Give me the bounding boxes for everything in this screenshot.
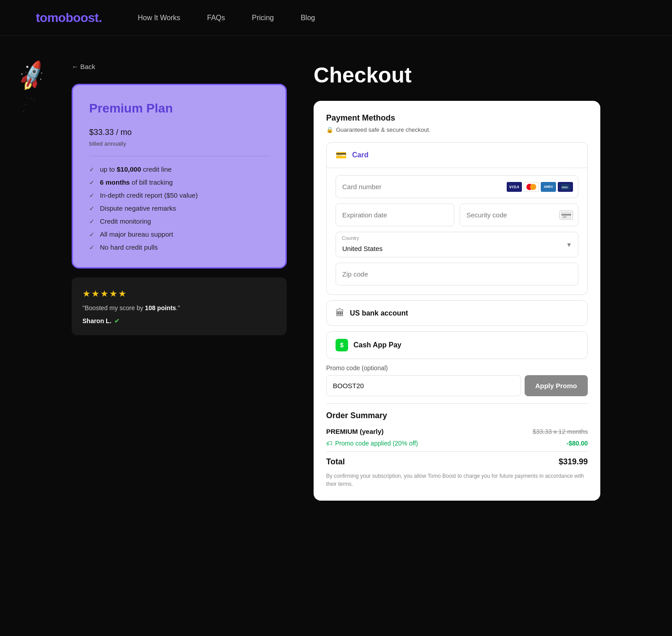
nav-links: How It Works FAQs Pricing Blog [138,14,315,22]
promo-label: Promo code (optional) [326,364,588,372]
feature-1-text: up to $10,000 credit line [100,165,172,173]
order-summary-title: Order Summary [326,411,588,420]
nav-blog[interactable]: Blog [301,14,315,22]
plan-price-value: $33.33 [89,128,114,137]
promo-applied-text: Promo code applied (20% off) [335,440,418,447]
order-summary-section: Order Summary PREMIUM (yearly) $33.33 x … [326,403,588,488]
check-icon-4: ✓ [89,205,95,212]
tag-icon: 🏷 [326,440,332,447]
plan-divider [89,156,269,156]
country-select[interactable]: United States Canada United Kingdom Aust… [336,232,578,257]
nav-pricing[interactable]: Pricing [252,14,274,22]
check-icon-5: ✓ [89,218,95,225]
feature-6-text: All major bureau support [100,230,173,238]
check-icon-7: ✓ [89,244,95,251]
plan-card: Premium Plan $33.33 / mo billed annually… [72,84,287,268]
promo-applied-row: 🏷 Promo code applied (20% off) -$80.00 [326,440,588,447]
bank-icon: 🏛 [336,308,345,318]
promo-section: Promo code (optional) Apply Promo [326,364,588,396]
order-item-row: PREMIUM (yearly) $33.33 x 12 months [326,428,588,435]
expiration-input[interactable] [336,203,454,226]
visa-logo: VISA [507,182,522,192]
svg-text:123: 123 [563,216,567,218]
feature-7: ✓No hard credit pulls [89,243,269,251]
zip-code-input[interactable] [336,263,578,286]
feature-6: ✓All major bureau support [89,230,269,238]
card-payment-box[interactable]: 💳 Card VISA AMEX [326,142,588,295]
cash-app-label: Cash App Pay [353,341,401,349]
secure-note-text: Guaranteed safe & secure checkout. [336,126,431,133]
check-icon-1: ✓ [89,166,95,173]
svg-text:DISC: DISC [562,186,569,189]
main-content: 🚀 · · ··· ← Back Premium Plan $33.33 / m… [0,36,672,528]
promo-discount: -$80.00 [567,440,588,447]
secure-note: 🔒 Guaranteed safe & secure checkout. [326,126,588,133]
card-logos: VISA AMEX DISC [507,182,573,192]
plan-features: ✓up to $10,000 credit line ✓6 months of … [89,165,269,251]
card-number-row: VISA AMEX DISC [336,175,578,198]
check-icon-6: ✓ [89,231,95,238]
navbar: tomoboost. How It Works FAQs Pricing Blo… [0,0,672,36]
plan-price-period: / mo [114,128,132,137]
feature-4: ✓Dispute negative remarks [89,204,269,212]
feature-5-text: Credit monitoring [100,217,151,225]
cash-app-icon: $ [336,339,348,351]
rocket-decoration: 🚀 [14,59,49,93]
review-card: ★★★★★ "Boosted my score by 108 points." … [72,277,287,335]
payment-section: Payment Methods 🔒 Guaranteed safe & secu… [314,101,600,501]
expiry-security-row: 123 [336,203,578,226]
feature-3: ✓In-depth credit report ($50 value) [89,191,269,199]
feature-2: ✓6 months of bill tracking [89,178,269,186]
feature-1: ✓up to $10,000 credit line [89,165,269,173]
card-form: VISA AMEX DISC [327,168,587,294]
back-link[interactable]: ← Back [72,63,287,70]
lock-icon: 🔒 [326,126,333,133]
promo-input[interactable] [326,375,521,396]
order-item-label: PREMIUM (yearly) [326,428,383,435]
feature-4-text: Dispute negative remarks [100,204,176,212]
card-method-label: Card [352,151,368,159]
plan-title: Premium Plan [89,101,269,116]
left-column: ← Back Premium Plan $33.33 / mo billed a… [72,63,287,501]
us-bank-label: US bank account [350,309,408,317]
promo-applied-label: 🏷 Promo code applied (20% off) [326,440,418,447]
logo-dot: . [99,11,102,25]
country-select-wrap: Country United States Canada United King… [336,232,578,257]
security-input-wrap: 123 [460,203,578,226]
right-column: Checkout Payment Methods 🔒 Guaranteed sa… [314,63,600,501]
amex-logo: AMEX [541,182,556,192]
country-label: Country [342,235,359,241]
logo-white: tomo [36,11,65,25]
feature-7-text: No hard credit pulls [100,243,158,251]
apply-promo-button[interactable]: Apply Promo [525,375,588,396]
reviewer: Sharon L. ✔ [82,317,276,324]
plan-price: $33.33 / mo [89,121,269,138]
nav-faqs[interactable]: FAQs [207,14,225,22]
fine-print: By confirming your subscription, you all… [326,472,588,488]
total-label: Total [326,457,345,467]
us-bank-box[interactable]: 🏛 US bank account [326,300,588,326]
promo-row: Apply Promo [326,375,588,396]
total-amount: $319.99 [559,457,588,467]
logo-purple: boost [65,11,99,25]
verified-icon: ✔ [114,317,120,324]
review-text: "Boosted my score by 108 points." [82,303,276,313]
discover-logo: DISC [558,182,573,192]
feature-3-text: In-depth credit report ($50 value) [100,191,198,199]
billed-note: billed annually [89,140,269,147]
check-icon-3: ✓ [89,192,95,199]
check-icon-2: ✓ [89,179,95,186]
cvv-icon: 123 [560,211,573,220]
total-row: Total $319.99 [326,451,588,467]
payment-methods-label: Payment Methods [326,113,588,123]
card-icon: 💳 [336,150,347,160]
logo[interactable]: tomoboost. [36,11,102,25]
nav-how-it-works[interactable]: How It Works [138,14,180,22]
review-stars: ★★★★★ [82,288,276,299]
mastercard-logo [524,182,539,192]
feature-2-text: 6 months of bill tracking [100,178,173,186]
card-method-header[interactable]: 💳 Card [327,143,587,168]
cash-app-box[interactable]: $ Cash App Pay [326,331,588,359]
reviewer-name: Sharon L. [82,317,112,324]
order-original-price: $33.33 x 12 months [533,428,588,435]
